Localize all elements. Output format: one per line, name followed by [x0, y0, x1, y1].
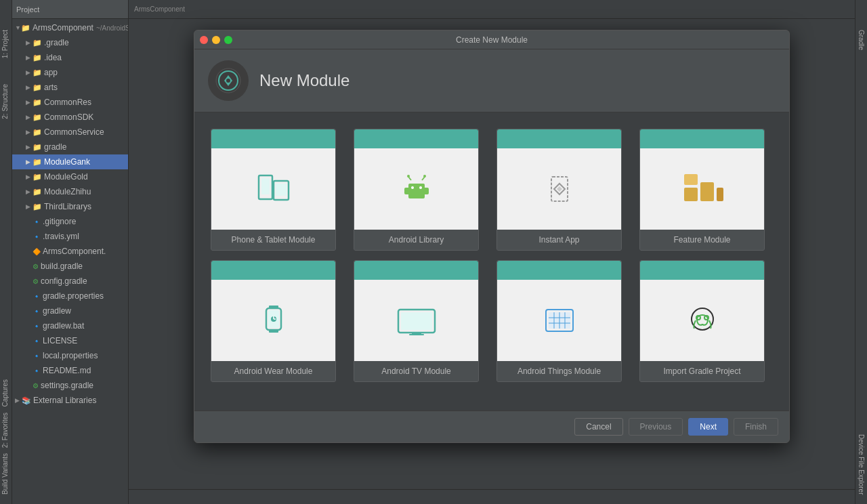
dialog-minimize-button[interactable]: [212, 36, 220, 44]
module-label-tv: Android TV Module: [354, 361, 478, 381]
module-label-import-gradle: Import Gradle Project: [640, 361, 764, 381]
svg-rect-32: [409, 334, 424, 335]
tree-label: ArmsComponent: [33, 23, 93, 33]
tree-label: local.properties: [43, 351, 98, 360]
android-studio-icon: [208, 60, 249, 101]
tree-label: gradlew: [43, 306, 71, 316]
dialog-header: New Module: [194, 49, 789, 112]
tree-item-commonservice[interactable]: ▶ 📁 CommonService: [12, 125, 128, 140]
tree-item-travisyml[interactable]: 🔹 .travis.yml: [12, 229, 128, 244]
panel-label-build-variants[interactable]: Build Variants: [0, 450, 12, 497]
tree-item-gradle[interactable]: ▶ 📁 .gradle: [12, 35, 128, 50]
tree-item-license[interactable]: 🔹 LICENSE: [12, 333, 128, 348]
dialog-footer: Cancel Previous Next Finish: [194, 411, 789, 442]
tree-item-gradle-properties[interactable]: 🔹 gradle.properties: [12, 289, 128, 303]
tree-item-commonres[interactable]: ▶ 📁 CommonRes: [12, 95, 128, 110]
tree-item-gradlew-bat[interactable]: 🔹 gradlew.bat: [12, 318, 128, 333]
svg-point-40: [692, 308, 713, 330]
svg-rect-25: [269, 330, 278, 333]
svg-rect-4: [261, 178, 270, 194]
tree-item-build-gradle[interactable]: ⚙ build.gradle: [12, 259, 128, 274]
tree-label: ArmsComponent.: [43, 247, 106, 256]
previous-button[interactable]: Previous: [629, 418, 683, 436]
module-card-android-library[interactable]: Android Library: [354, 129, 479, 251]
tree-label: settings.gradle: [41, 381, 93, 390]
module-label-instant-app: Instant App: [497, 230, 621, 250]
tree-label: ModuleGold: [44, 172, 88, 182]
svg-point-41: [696, 316, 700, 320]
svg-point-13: [407, 175, 410, 177]
tree-item-modulegank[interactable]: ▶ 📁 ModuleGank: [12, 154, 128, 169]
panel-label-favorites[interactable]: 2: Favorites: [0, 410, 12, 450]
svg-rect-5: [276, 184, 287, 196]
dialog-maximize-button[interactable]: [224, 36, 232, 44]
tree-label: CommonRes: [44, 98, 91, 107]
svg-point-14: [423, 175, 426, 177]
dialog-close-button[interactable]: [200, 36, 208, 44]
tree-item-gradlew[interactable]: 🔹 gradlew: [12, 303, 128, 318]
tree-item-external-libraries[interactable]: ▶ 📚 External Libraries: [12, 393, 128, 408]
panel-label-1-project[interactable]: 1: Project: [0, 27, 12, 61]
svg-point-1: [226, 79, 230, 83]
module-label-android-library: Android Library: [354, 230, 478, 250]
next-button[interactable]: Next: [688, 418, 728, 436]
tree-label: .gitignore: [43, 217, 76, 226]
tree-item-app[interactable]: ▶ 📁 app: [12, 65, 128, 80]
tree-label: gradle: [44, 142, 66, 152]
tree-label: ModuleZhihu: [44, 187, 91, 196]
module-card-phone-tablet[interactable]: Phone & Tablet Module: [211, 129, 336, 251]
sidebar-top-bar: Project: [12, 0, 128, 19]
module-card-instant-app[interactable]: Instant App: [496, 129, 622, 251]
tree-label: .travis.yml: [43, 232, 79, 241]
panel-label-2-structure[interactable]: 2: Structure: [0, 81, 12, 122]
svg-rect-7: [404, 188, 410, 194]
svg-rect-20: [684, 174, 698, 185]
tree-item-modulegold[interactable]: ▶ 📁 ModuleGold: [12, 169, 128, 184]
sidebar-tree: ▼ 📁 ArmsComponent ~/AndroidStudio/ ▶ 📁 .…: [12, 19, 128, 504]
module-label-wear: Android Wear Module: [211, 361, 335, 381]
tree-label: arts: [44, 83, 58, 92]
dialog-title: Create New Module: [456, 35, 528, 45]
sidebar-title: Project: [16, 5, 39, 14]
finish-button[interactable]: Finish: [734, 418, 778, 436]
right-label-gradle[interactable]: Gradle: [856, 27, 866, 53]
cancel-button[interactable]: Cancel: [574, 418, 622, 436]
tree-item-thirdlibrarys[interactable]: ▶ 📁 ThirdLibrarys: [12, 199, 128, 214]
dialog-header-title: New Module: [259, 71, 350, 90]
tree-item-idea[interactable]: ▶ 📁 .idea: [12, 50, 128, 65]
svg-rect-6: [408, 184, 425, 198]
dialog-titlebar: Create New Module: [194, 30, 789, 49]
svg-rect-21: [717, 188, 723, 201]
module-card-import-gradle[interactable]: Import Gradle Project: [639, 260, 765, 382]
svg-rect-8: [423, 188, 429, 194]
tree-label: README.md: [43, 366, 91, 375]
svg-rect-18: [684, 188, 698, 201]
tree-item-armscomponent-file[interactable]: 🔶 ArmsComponent.: [12, 244, 128, 259]
bottom-status-bar: [129, 489, 855, 504]
tree-item-arts[interactable]: ▶ 📁 arts: [12, 80, 128, 95]
module-card-feature[interactable]: Feature Module: [639, 129, 765, 251]
tree-label: ModuleGank: [44, 157, 90, 167]
module-card-things[interactable]: Android Things Module: [496, 260, 622, 382]
right-label-device-file-explorer[interactable]: Device File Explorer: [856, 432, 866, 497]
tree-item-gradle-folder[interactable]: ▶ 📁 gradle: [12, 140, 128, 154]
tree-item-modulezhihu[interactable]: ▶ 📁 ModuleZhihu: [12, 184, 128, 199]
svg-marker-17: [557, 186, 562, 192]
tree-item-commonsdk[interactable]: ▶ 📁 CommonSDK: [12, 110, 128, 125]
svg-point-42: [704, 316, 709, 320]
ide-toolbar: ArmsComponent: [129, 0, 855, 19]
tree-item-gitignore[interactable]: 🔹 .gitignore: [12, 214, 128, 229]
module-card-wear[interactable]: Android Wear Module: [211, 260, 336, 382]
module-card-tv[interactable]: Android TV Module: [354, 260, 479, 382]
svg-point-9: [411, 186, 414, 189]
tree-item-readme[interactable]: 🔹 README.md: [12, 363, 128, 378]
tree-item-settings-gradle[interactable]: ⚙ settings.gradle: [12, 378, 128, 393]
tree-item-config-gradle[interactable]: ⚙ config.gradle: [12, 274, 128, 289]
tree-label: External Libraries: [33, 396, 96, 405]
tree-label: CommonSDK: [44, 112, 93, 122]
panel-label-captures[interactable]: Captures: [0, 377, 12, 410]
tree-label: app: [44, 68, 58, 77]
tree-item-armscomponent[interactable]: ▼ 📁 ArmsComponent ~/AndroidStudio/: [12, 20, 128, 35]
tree-label: gradlew.bat: [43, 321, 84, 331]
tree-item-local-properties[interactable]: 🔹 local.properties: [12, 348, 128, 363]
